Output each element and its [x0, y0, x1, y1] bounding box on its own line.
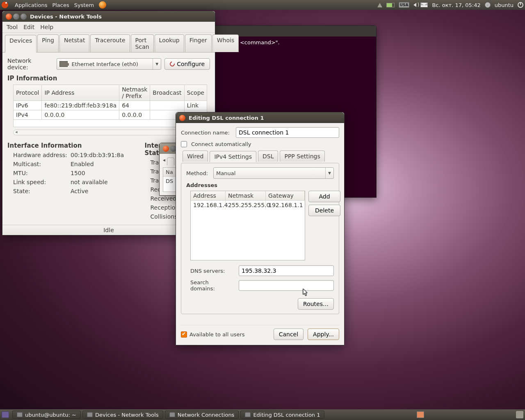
tab-portscan[interactable]: Port Scan [131, 34, 154, 52]
hwaddr-label: Hardware address: [13, 152, 71, 158]
table-row[interactable]: IPv6 fe80::219:dbff:feb3:918a 64 Link [14, 101, 207, 110]
nettools-menubar: Tool Edit Help [2, 22, 215, 33]
power-icon[interactable] [518, 2, 523, 8]
menu-applications[interactable]: Applications [15, 2, 47, 8]
edit-dsl-dialog: Editing DSL connection 1 Connection name… [176, 112, 345, 345]
autoconnect-label: Connect automatically [191, 141, 251, 147]
network-icon [245, 412, 251, 417]
tab-netstat[interactable]: Netstat [59, 34, 89, 52]
apply-button[interactable]: Apply... [308, 329, 339, 340]
mail-icon[interactable] [420, 2, 428, 7]
delete-button[interactable]: Delete [308, 205, 340, 216]
chevron-down-icon: ▼ [153, 59, 158, 69]
col-protocol[interactable]: Protocol [14, 85, 42, 101]
tab-ppp[interactable]: PPP Settings [280, 151, 324, 162]
col-address[interactable]: Address [191, 191, 226, 201]
top-panel: Applications Places System USA Вс. окт. … [0, 0, 525, 10]
multicast-value: Enabled [71, 161, 132, 167]
task-nettools[interactable]: Devices - Network Tools [82, 411, 163, 419]
dsl-title: Editing DSL connection 1 [189, 115, 264, 121]
table-row[interactable]: 192.168.1.4 255.255.255.0 192.168.1.1 [191, 201, 305, 210]
task-terminal[interactable]: ubuntu@ubuntu: ~ [12, 411, 81, 419]
method-label: Method: [186, 170, 209, 176]
chevron-left-icon[interactable]: ◂ [163, 157, 165, 165]
tab-whois[interactable]: Whois [212, 34, 239, 52]
dsl-titlebar[interactable]: Editing DSL connection 1 [176, 112, 344, 123]
task-netconn[interactable]: Network Connections [165, 411, 239, 419]
connname-input[interactable] [236, 127, 339, 138]
maximize-icon[interactable] [21, 14, 27, 20]
clock[interactable]: Вс. окт. 17, 05:42 [432, 2, 480, 8]
trash-icon[interactable] [516, 411, 523, 418]
workspace-switcher-icon[interactable] [417, 411, 424, 418]
cancel-button[interactable]: Cancel [274, 329, 304, 340]
ubuntu-logo-icon [2, 2, 8, 8]
available-all-users-checkbox[interactable] [181, 331, 187, 338]
menu-edit[interactable]: Edit [23, 24, 34, 30]
linkspeed-label: Link speed: [13, 179, 71, 185]
menu-tool[interactable]: Tool [7, 24, 18, 30]
add-button[interactable]: Add [308, 191, 340, 202]
user-icon[interactable]: ◦ [485, 2, 491, 8]
show-desktop-icon[interactable] [2, 411, 9, 418]
dns-label: DNS servers: [190, 268, 235, 274]
tab-ping[interactable]: Ping [37, 34, 59, 52]
autoconnect-checkbox[interactable] [181, 141, 187, 147]
tab-lookup[interactable]: Lookup [155, 34, 184, 52]
network-device-value: Ethernet Interface (eth0) [72, 61, 149, 67]
user-name[interactable]: ubuntu [495, 2, 514, 8]
interface-info-heading: Interface Information [7, 142, 132, 149]
col-netmask[interactable]: Netmask / Prefix [119, 85, 150, 101]
col-scope[interactable]: Scope [184, 85, 207, 101]
tab-devices[interactable]: Devices [5, 35, 37, 52]
menu-help[interactable]: Help [40, 24, 53, 30]
searchdomains-input[interactable] [239, 280, 334, 291]
tab-finger[interactable]: Finger [185, 34, 212, 52]
firefox-icon[interactable] [99, 1, 106, 9]
nic-icon [59, 61, 68, 67]
searchdomains-label: Search domains: [190, 279, 235, 292]
routes-button[interactable]: Routes… [298, 298, 334, 310]
nettools-titlebar[interactable]: Devices - Network Tools [2, 11, 215, 22]
tab-ipv4[interactable]: IPv4 Settings [210, 151, 256, 162]
addresses-table[interactable]: Address Netmask Gateway 192.168.1.4 255.… [190, 191, 305, 260]
cell-address: 192.168.1.4 [191, 201, 226, 210]
menu-system[interactable]: System [74, 2, 94, 8]
window-icon [87, 412, 93, 417]
method-value: Manual [216, 170, 321, 176]
addresses-heading: Addresses [186, 182, 334, 188]
close-icon[interactable] [6, 14, 12, 20]
volume-icon[interactable] [413, 3, 416, 7]
available-all-users-label: Available to all users [189, 331, 245, 338]
menu-places[interactable]: Places [52, 2, 69, 8]
bottom-taskbar: ubuntu@ubuntu: ~ Devices - Network Tools… [0, 409, 525, 420]
ip-information-heading: IP Information [7, 75, 210, 82]
tab-dsl[interactable]: DSL [258, 151, 278, 162]
col-broadcast[interactable]: Broadcast [150, 85, 184, 101]
dns-input[interactable] [239, 265, 334, 276]
ipv4-settings-page: Method: Manual ▼ Addresses Address Netma… [181, 163, 339, 314]
state-label: State: [13, 188, 71, 194]
tab-fragment[interactable] [167, 158, 174, 165]
col-ipaddress[interactable]: IP Address [42, 85, 119, 101]
wifi-icon[interactable] [377, 3, 382, 7]
close-icon[interactable] [179, 115, 185, 121]
mtu-label: MTU: [13, 170, 71, 176]
nettools-title: Devices - Network Tools [30, 14, 102, 20]
cell-gateway: 192.168.1.1 [266, 201, 306, 210]
keyboard-layout-indicator[interactable]: USA [399, 2, 410, 8]
col-netmask2[interactable]: Netmask [226, 191, 266, 201]
task-dsl[interactable]: Editing DSL connection 1 [240, 411, 324, 419]
tab-wired[interactable]: Wired [183, 151, 208, 162]
configure-button[interactable]: Configure [164, 58, 210, 70]
col-gateway[interactable]: Gateway [266, 191, 305, 201]
close-icon[interactable] [163, 146, 169, 152]
minimize-icon[interactable] [13, 14, 19, 20]
cell-netmask: 255.255.255.0 [226, 201, 266, 210]
network-device-combo[interactable]: Ethernet Interface (eth0) ▼ [57, 58, 162, 70]
connname-label: Connection name: [181, 130, 232, 136]
tab-traceroute[interactable]: Traceroute [90, 34, 130, 52]
wrench-icon [169, 61, 176, 68]
method-combo[interactable]: Manual ▼ [213, 167, 334, 179]
battery-icon[interactable] [386, 3, 395, 7]
